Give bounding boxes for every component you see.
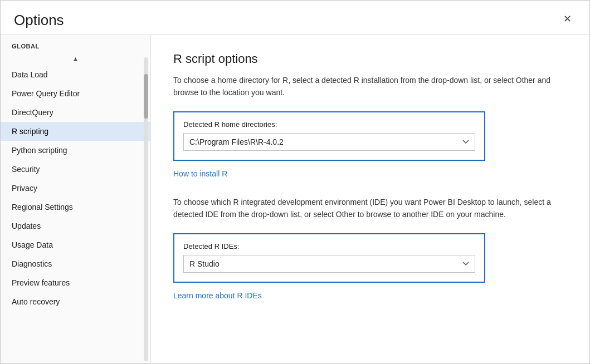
sidebar-item-updates[interactable]: Updates	[1, 217, 150, 235]
home-dir-label: Detected R home directories:	[183, 120, 475, 129]
sidebar-item-usage-data[interactable]: Usage Data	[1, 235, 150, 254]
scroll-up-icon: ▲	[72, 55, 79, 63]
description-text-1: To choose a home directory for R, select…	[173, 74, 567, 99]
close-button[interactable]: ✕	[559, 12, 576, 26]
sidebar-item-diagnostics[interactable]: Diagnostics	[1, 254, 150, 273]
sidebar-item-power-query-editor[interactable]: Power Query Editor	[1, 84, 150, 103]
sidebar-section-label: GLOBAL	[1, 35, 150, 53]
description-text-2: To choose which R integrated development…	[173, 196, 567, 221]
sidebar-item-auto-recovery[interactable]: Auto recovery	[1, 292, 150, 311]
dialog-header: Options ✕	[1, 1, 589, 35]
section-title: R script options	[173, 52, 567, 66]
sidebar-item-r-scripting[interactable]: R scripting	[1, 122, 150, 141]
how-to-install-r-link[interactable]: How to install R	[173, 169, 227, 178]
sidebar-item-directquery[interactable]: DirectQuery	[1, 103, 150, 122]
scrollbar-thumb[interactable]	[144, 74, 148, 119]
learn-more-ides-link[interactable]: Learn more about R IDEs	[173, 291, 262, 300]
main-content: R script options To choose a home direct…	[151, 35, 589, 363]
sidebar-scroll-up: ▲	[1, 53, 150, 65]
home-dir-dropdown-group: Detected R home directories: C:\Program …	[173, 111, 485, 161]
dialog-title: Options	[14, 12, 64, 29]
home-dir-select[interactable]: C:\Program Files\R\R-4.0.2 Other	[183, 133, 475, 151]
sidebar-item-python-scripting[interactable]: Python scripting	[1, 141, 150, 160]
ide-label: Detected R IDEs:	[183, 242, 475, 250]
scrollbar-track	[144, 57, 148, 361]
ide-select[interactable]: R Studio Other	[183, 255, 475, 273]
ide-dropdown-group: Detected R IDEs: R Studio Other	[173, 233, 485, 283]
options-dialog: Options ✕ GLOBAL ▲ Data Load Power Query…	[0, 0, 590, 364]
sidebar-item-data-load[interactable]: Data Load	[1, 65, 150, 84]
sidebar-item-regional-settings[interactable]: Regional Settings	[1, 198, 150, 217]
sidebar-item-security[interactable]: Security	[1, 160, 150, 179]
sidebar-item-preview-features[interactable]: Preview features	[1, 273, 150, 292]
sidebar: GLOBAL ▲ Data Load Power Query Editor Di…	[1, 35, 151, 363]
dialog-body: GLOBAL ▲ Data Load Power Query Editor Di…	[1, 35, 589, 363]
sidebar-item-privacy[interactable]: Privacy	[1, 179, 150, 198]
